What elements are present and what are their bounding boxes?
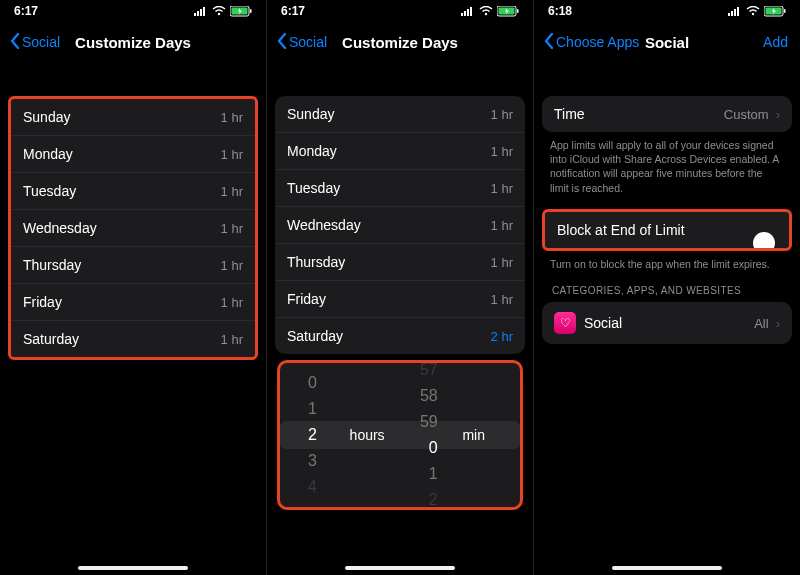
day-label: Thursday [287, 254, 345, 270]
days-list: Sunday1 hr Monday1 hr Tuesday1 hr Wednes… [275, 96, 525, 354]
battery-charging-icon [497, 6, 519, 17]
day-label: Tuesday [287, 180, 340, 196]
time-section: Time Custom › [542, 96, 792, 132]
day-row[interactable]: Friday1 hr [11, 284, 255, 321]
back-button[interactable]: Choose Apps [544, 33, 639, 52]
picker-item: 59 [420, 409, 438, 435]
back-label: Social [22, 34, 60, 50]
social-category-icon: ♡ [554, 312, 576, 334]
status-right [728, 6, 786, 17]
time-footer: App limits will apply to all of your dev… [534, 132, 800, 195]
chevron-left-icon [10, 33, 20, 52]
cellular-signal-icon [461, 6, 475, 16]
picker-item: 57 [420, 360, 438, 383]
status-bar: 6:18 [534, 0, 800, 22]
day-row[interactable]: Thursday1 hr [275, 244, 525, 281]
day-value: 1 hr [221, 184, 243, 199]
day-value: 1 hr [491, 144, 513, 159]
day-value: 1 hr [221, 221, 243, 236]
picker-hours-column[interactable]: 0 1 2 3 4 hours [280, 363, 400, 507]
day-label: Monday [23, 146, 73, 162]
picker-item: 1 [308, 396, 317, 422]
social-category-row[interactable]: ♡ Social All › [542, 302, 792, 344]
status-time: 6:18 [548, 4, 572, 18]
chevron-right-icon: › [773, 108, 780, 122]
cellular-signal-icon [194, 6, 208, 16]
social-category-label: Social [584, 315, 622, 331]
day-row[interactable]: Saturday2 hr [275, 318, 525, 354]
time-row[interactable]: Time Custom › [542, 96, 792, 132]
picker-item: 0 [308, 370, 317, 396]
days-list: Sunday1 hr Monday1 hr Tuesday1 hr Wednes… [8, 96, 258, 360]
wifi-icon [479, 6, 493, 16]
svg-rect-9 [464, 11, 466, 16]
day-row[interactable]: Sunday1 hr [275, 96, 525, 133]
status-right [194, 6, 252, 17]
picker-item-selected: 2 [308, 422, 317, 448]
day-row[interactable]: Tuesday1 hr [11, 173, 255, 210]
day-label: Saturday [23, 331, 79, 347]
svg-rect-7 [250, 9, 252, 13]
back-button[interactable]: Social [10, 33, 60, 52]
day-label: Wednesday [23, 220, 97, 236]
nav-bar: Social Customize Days [0, 22, 266, 62]
day-value: 1 hr [491, 181, 513, 196]
day-value: 1 hr [221, 110, 243, 125]
picker-item: 4 [308, 474, 317, 500]
time-label: Time [554, 106, 585, 122]
day-row[interactable]: Monday1 hr [11, 136, 255, 173]
picker-item-selected: 0 [429, 435, 438, 461]
day-label: Friday [23, 294, 62, 310]
svg-rect-23 [784, 9, 786, 13]
picker-item: 1 [429, 461, 438, 487]
social-category-value: All › [754, 315, 780, 331]
home-indicator[interactable] [612, 566, 722, 570]
picker-hours-unit: hours [350, 427, 385, 443]
wifi-icon [746, 6, 760, 16]
chevron-left-icon [277, 33, 287, 52]
day-label: Sunday [23, 109, 70, 125]
home-indicator[interactable] [345, 566, 455, 570]
battery-charging-icon [764, 6, 786, 17]
day-value: 1 hr [491, 292, 513, 307]
day-value: 1 hr [221, 147, 243, 162]
day-row[interactable]: Wednesday1 hr [11, 210, 255, 247]
day-row[interactable]: Friday1 hr [275, 281, 525, 318]
svg-rect-16 [728, 13, 730, 16]
nav-bar: Choose Apps Social Add [534, 22, 800, 62]
day-row[interactable]: Saturday1 hr [11, 321, 255, 357]
picker-item: 2 [429, 487, 438, 510]
screen-customize-days: 6:17 Social Customize Days Sunday1 hr Mo… [0, 0, 267, 575]
day-row[interactable]: Tuesday1 hr [275, 170, 525, 207]
day-label: Thursday [23, 257, 81, 273]
time-value: Custom › [724, 106, 780, 122]
day-label: Tuesday [23, 183, 76, 199]
block-section: Block at End of Limit [542, 209, 792, 251]
svg-rect-18 [734, 9, 736, 16]
back-label: Choose Apps [556, 34, 639, 50]
svg-rect-15 [517, 9, 519, 13]
screen-social-limit: 6:18 Choose Apps Social Add Time Custom … [534, 0, 800, 575]
day-value: 1 hr [491, 107, 513, 122]
svg-point-4 [218, 13, 220, 15]
svg-rect-3 [203, 7, 205, 16]
screen-customize-days-picker: 6:17 Social Customize Days Sunday1 hr Mo… [267, 0, 534, 575]
home-indicator[interactable] [78, 566, 188, 570]
nav-bar: Social Customize Days [267, 22, 533, 62]
status-time: 6:17 [281, 4, 305, 18]
day-row[interactable]: Monday1 hr [275, 133, 525, 170]
back-button[interactable]: Social [277, 33, 327, 52]
picker-item: 3 [308, 448, 317, 474]
day-row[interactable]: Thursday1 hr [11, 247, 255, 284]
day-value: 1 hr [221, 295, 243, 310]
picker-minutes-unit: min [462, 427, 485, 443]
picker-minutes-column[interactable]: 57 58 59 0 1 2 min [400, 363, 520, 507]
svg-point-20 [752, 13, 754, 15]
chevron-right-icon: › [773, 317, 780, 331]
add-button[interactable]: Add [763, 34, 788, 50]
svg-rect-8 [461, 13, 463, 16]
time-picker[interactable]: 0 1 2 3 4 hours 57 58 59 0 1 2 [277, 360, 523, 510]
cellular-signal-icon [728, 6, 742, 16]
day-row[interactable]: Wednesday1 hr [275, 207, 525, 244]
day-row[interactable]: Sunday1 hr [11, 99, 255, 136]
